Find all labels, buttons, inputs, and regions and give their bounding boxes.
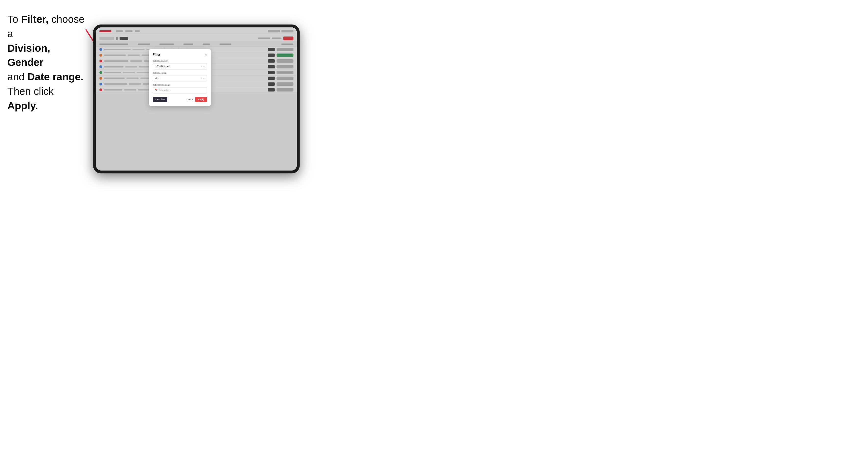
gender-field-group: Select gender Men × ⌄	[153, 72, 207, 81]
gender-select[interactable]: Men × ⌄	[153, 75, 207, 81]
division-gender-bold: Division, Gender	[7, 42, 50, 68]
calendar-icon: 📅	[155, 89, 158, 92]
select-icons: × ⌄	[201, 65, 205, 68]
division-field-group: Select a division NCAA Division I × ⌄	[153, 60, 207, 69]
division-label: Select a division	[153, 60, 207, 62]
date-field-group: Select Date range 📅 Pick a date	[153, 84, 207, 93]
clear-filter-button[interactable]: Clear filter	[153, 97, 167, 102]
gender-value: Men	[155, 77, 159, 80]
gender-label: Select gender	[153, 72, 207, 74]
modal-close-button[interactable]: ×	[205, 53, 207, 56]
footer-right: Cancel Apply	[186, 97, 207, 102]
filter-bold: Filter,	[21, 13, 49, 25]
cancel-button[interactable]: Cancel	[186, 98, 193, 101]
modal-title: Filter	[153, 53, 160, 57]
full-page: To Filter, choose a Division, Gender and…	[0, 0, 868, 467]
tablet-container: ×	[93, 25, 300, 174]
modal-footer: Clear filter Cancel Apply	[153, 97, 207, 102]
division-select[interactable]: NCAA Division I × ⌄	[153, 63, 207, 69]
division-value: NCAA Division I	[155, 65, 170, 68]
clear-division-icon[interactable]: ×	[201, 65, 202, 68]
date-placeholder: Pick a date	[159, 89, 170, 92]
clear-gender-icon[interactable]: ×	[201, 77, 202, 80]
apply-bold: Apply.	[7, 100, 38, 112]
tablet-device: ×	[93, 25, 300, 174]
instruction-panel: To Filter, choose a Division, Gender and…	[7, 12, 86, 113]
apply-button[interactable]: Apply	[195, 97, 207, 102]
chevron-gender-icon: ⌄	[203, 77, 205, 80]
gender-select-icons: × ⌄	[201, 77, 205, 80]
modal-header: Filter ×	[153, 53, 207, 57]
date-input[interactable]: 📅 Pick a date	[153, 87, 207, 93]
instruction-text: To Filter, choose a Division, Gender and…	[7, 12, 86, 113]
date-range-bold: Date range.	[27, 71, 84, 83]
chevron-division-icon: ⌄	[203, 65, 205, 67]
filter-modal: Filter × Select a division NCAA Division…	[149, 49, 211, 106]
date-label: Select Date range	[153, 84, 207, 86]
tablet-screen: ×	[96, 27, 297, 170]
